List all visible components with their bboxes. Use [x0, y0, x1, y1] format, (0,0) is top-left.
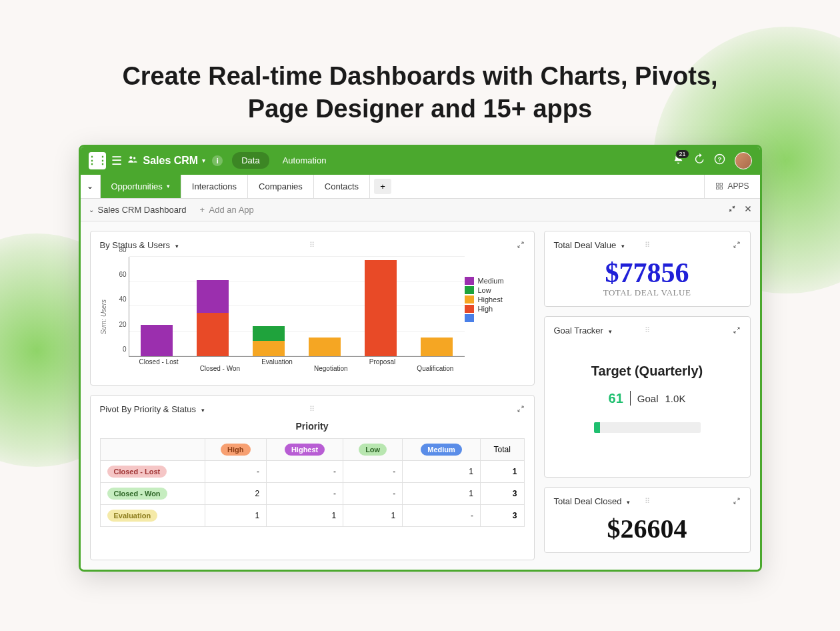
deal-value-label: TOTAL DEAL VALUE — [554, 287, 741, 298]
menu-icon[interactable]: ☰ — [111, 153, 122, 168]
dashboard-title[interactable]: Sales CRM Dashboard — [98, 205, 187, 215]
app-title[interactable]: Sales CRM — [143, 155, 199, 167]
apps-button[interactable]: APPS — [704, 175, 759, 198]
widget-title[interactable]: Goal Tracker ▾ — [554, 326, 612, 336]
svg-rect-7 — [720, 187, 723, 189]
widget-pivot: Pivot By Priority & Status ▾ ⠿ Priority … — [90, 395, 535, 560]
column-pill: High — [221, 444, 250, 456]
x-tick-label: Negotiation — [314, 365, 348, 372]
nav-automation[interactable]: Automation — [273, 152, 336, 169]
tab-interactions[interactable]: Interactions — [181, 175, 248, 198]
widget-deal-value: Total Deal Value ▾ ⠿ $77856 TOTAL DEAL V… — [544, 231, 751, 307]
table-cell: 3 — [480, 482, 524, 504]
closed-amount: $26604 — [554, 513, 741, 544]
table-cell: 3 — [480, 504, 524, 526]
table-cell: 1 — [480, 460, 524, 482]
table-cell: 2 — [205, 482, 267, 504]
expand-icon[interactable] — [733, 239, 741, 251]
notification-badge: 21 — [675, 149, 689, 159]
column-pill: Medium — [421, 444, 462, 456]
tabbar: ⌄ Opportunities▾ Interactions Companies … — [81, 175, 760, 199]
chart-bar[interactable] — [141, 257, 173, 356]
svg-rect-4 — [717, 183, 719, 186]
chart-bar[interactable] — [253, 257, 285, 356]
y-axis-label: Sum: Users — [100, 299, 107, 334]
table-row: Closed - Lost---11 — [100, 460, 524, 482]
chart-bar[interactable] — [421, 257, 453, 356]
chart-bar[interactable] — [365, 257, 397, 356]
table-cell: - — [403, 504, 481, 526]
widget-deal-closed: Total Deal Closed ▾ ⠿ $26604 — [544, 487, 751, 553]
drag-icon[interactable]: ⠿ — [309, 405, 315, 414]
chevron-down-icon[interactable]: ⌄ — [89, 206, 94, 213]
chart-bar[interactable] — [197, 257, 229, 356]
tab-collapse-icon[interactable]: ⌄ — [81, 175, 101, 198]
people-icon[interactable] — [127, 154, 138, 167]
tab-contacts[interactable]: Contacts — [314, 175, 370, 198]
row-pill: Closed - Lost — [107, 466, 167, 478]
drag-icon[interactable]: ⠿ — [645, 241, 650, 249]
avatar[interactable] — [735, 152, 752, 169]
x-tick-label: Closed - Won — [200, 365, 240, 372]
goal-label: Goal — [637, 393, 659, 404]
svg-rect-5 — [720, 183, 723, 186]
column-header: Total — [480, 438, 524, 460]
svg-text:?: ? — [717, 155, 721, 163]
help-icon[interactable]: ? — [714, 153, 725, 167]
topbar: ⋮⋮ ☰ Sales CRM ▾ i Data Automation 21 ? — [81, 147, 760, 175]
legend-item — [465, 314, 525, 322]
widget-goal-tracker: Goal Tracker ▾ ⠿ Target (Quarterly) 61 G… — [544, 316, 751, 478]
tab-opportunities[interactable]: Opportunities▾ — [101, 175, 181, 198]
info-icon[interactable]: i — [212, 155, 223, 166]
expand-icon[interactable] — [517, 404, 525, 416]
table-cell: 1 — [267, 504, 343, 526]
widget-title[interactable]: Pivot By Priority & Status ▾ — [100, 404, 205, 414]
drag-icon[interactable]: ⠿ — [645, 497, 650, 506]
goal-current: 61 — [609, 391, 623, 406]
svg-rect-6 — [717, 187, 719, 189]
collapse-icon[interactable] — [728, 205, 736, 215]
goal-total: 1.0K — [665, 393, 686, 404]
expand-icon[interactable] — [733, 325, 741, 337]
chevron-down-icon[interactable]: ▾ — [202, 157, 205, 164]
widget-title[interactable]: Total Deal Value ▾ — [554, 240, 625, 250]
table-cell: 1 — [205, 504, 267, 526]
x-tick-label: Qualification — [417, 365, 453, 372]
svg-point-0 — [129, 157, 132, 159]
table-row: Evaluation111-3 — [100, 504, 524, 526]
app-logo-icon[interactable]: ⋮⋮ — [89, 152, 106, 169]
expand-icon[interactable] — [733, 496, 741, 508]
drag-icon[interactable]: ⠿ — [309, 241, 315, 249]
close-icon[interactable] — [744, 205, 752, 215]
legend-item: Low — [465, 286, 525, 294]
expand-icon[interactable] — [517, 239, 525, 251]
table-cell: - — [343, 482, 403, 504]
legend-item: High — [465, 305, 525, 313]
dashboard: By Status & Users ▾ ⠿ Sum: Users 0204060… — [81, 221, 760, 570]
pivot-heading: Priority — [100, 421, 525, 432]
widget-title[interactable]: Total Deal Closed ▾ — [554, 496, 631, 506]
subbar: ⌄ Sales CRM Dashboard + Add an App — [81, 199, 760, 221]
add-app-button[interactable]: + Add an App — [199, 205, 253, 215]
row-pill: Closed - Won — [107, 488, 167, 500]
nav-data[interactable]: Data — [232, 152, 269, 169]
legend-item: Medium — [465, 277, 525, 285]
deal-value-amount: $77856 — [554, 257, 741, 289]
drag-icon[interactable]: ⠿ — [645, 326, 650, 335]
pivot-table: HighHighestLowMediumTotalClosed - Lost--… — [100, 438, 525, 527]
table-cell: 1 — [343, 504, 403, 526]
svg-point-1 — [133, 157, 135, 159]
row-pill: Evaluation — [107, 510, 158, 522]
x-tick-label: Closed - Lost — [139, 358, 179, 366]
hero-title: Create Real-time Dashboards with Charts,… — [0, 60, 840, 126]
table-cell: - — [267, 460, 343, 482]
table-cell: 1 — [403, 482, 481, 504]
table-cell: - — [267, 482, 343, 504]
x-tick-label: Evaluation — [261, 358, 293, 366]
notifications-icon[interactable]: 21 — [673, 153, 684, 167]
add-tab-button[interactable]: + — [374, 179, 391, 194]
chart-bar[interactable] — [309, 257, 341, 356]
tab-companies[interactable]: Companies — [248, 175, 314, 198]
table-cell: - — [205, 460, 267, 482]
history-icon[interactable] — [693, 153, 705, 167]
